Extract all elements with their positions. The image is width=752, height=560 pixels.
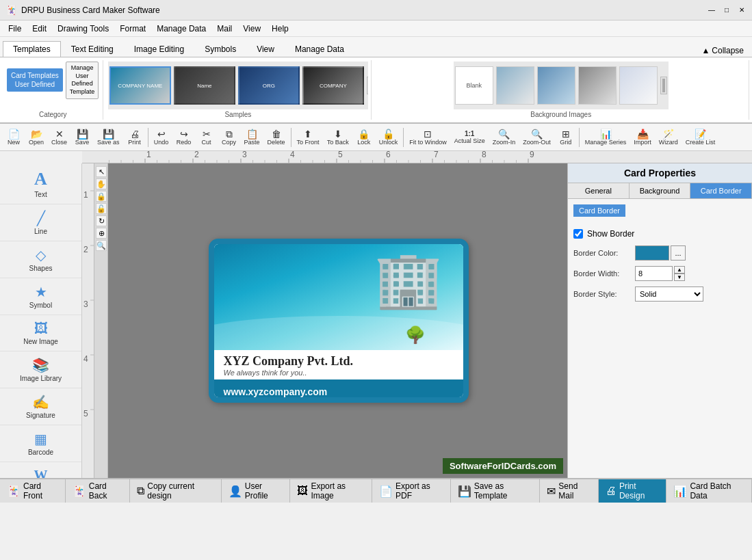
left-item-watermark[interactable]: W Watermark <box>0 462 81 478</box>
tab-view[interactable]: View <box>246 41 285 57</box>
to-back-btn[interactable]: ⬇To Back <box>324 127 352 148</box>
paste-btn[interactable]: 📋Paste <box>241 127 263 148</box>
sample-card-1[interactable]: COMPANY NAME <box>109 66 171 105</box>
left-item-new-image[interactable]: 🖼 New Image <box>0 315 81 351</box>
bg-thumb-4[interactable] <box>619 66 658 105</box>
border-width-input[interactable]: 8 <box>635 266 673 281</box>
lock-canvas-tool[interactable]: 🔒 <box>96 191 107 202</box>
delete-icon: 🗑 <box>272 129 281 139</box>
tab-symbols[interactable]: Symbols <box>194 41 246 57</box>
bg-thumb-2[interactable] <box>537 66 575 105</box>
minimize-btn[interactable]: — <box>707 5 716 15</box>
user-profile-btn[interactable]: 👤 User Profile <box>222 479 291 503</box>
save-btn[interactable]: 💾Save <box>71 127 93 148</box>
rotate-tool[interactable]: ↻ <box>96 215 107 226</box>
new-btn[interactable]: 📄New <box>3 127 25 148</box>
left-item-symbol[interactable]: ★ Symbol <box>0 278 81 315</box>
tab-templates[interactable]: Templates <box>3 41 61 57</box>
select-tool[interactable]: ↖ <box>96 166 107 177</box>
samples-scrollbar[interactable] <box>367 77 368 94</box>
tab-card-border[interactable]: Card Border <box>690 183 752 198</box>
tab-image-editing[interactable]: Image Editing <box>124 41 194 57</box>
card-front-btn[interactable]: 🃏 Card Front <box>0 479 66 503</box>
tab-text-editing[interactable]: Text Editing <box>61 41 124 57</box>
open-btn[interactable]: 📂Open <box>25 127 47 148</box>
tab-general[interactable]: General <box>568 183 630 198</box>
search-canvas-tool[interactable]: 🔍 <box>96 240 107 251</box>
cut-btn[interactable]: ✂Cut <box>196 127 218 148</box>
tab-manage-data[interactable]: Manage Data <box>285 41 354 57</box>
menu-drawing-tools[interactable]: Drawing Tools <box>52 23 114 35</box>
menu-edit[interactable]: Edit <box>27 23 52 35</box>
import-btn[interactable]: 📥Import <box>630 127 655 148</box>
left-item-barcode[interactable]: ▦ Barcode <box>0 425 81 462</box>
save-as-btn[interactable]: 💾Save as <box>94 127 123 148</box>
close-btn[interactable]: ✕Close <box>48 127 70 148</box>
menu-help[interactable]: Help <box>266 23 294 35</box>
lock-btn[interactable]: 🔒Lock <box>353 127 375 148</box>
card-templates-btn[interactable]: Card Templates User Defined <box>7 68 63 92</box>
new-icon: 📄 <box>8 129 20 139</box>
border-style-select[interactable]: Solid Dashed Dotted <box>635 286 703 302</box>
left-item-signature[interactable]: ✍ Signature <box>0 388 81 425</box>
maximize-btn[interactable]: □ <box>722 5 731 15</box>
border-width-down[interactable]: ▼ <box>674 274 685 281</box>
pan-tool[interactable]: ✋ <box>96 178 107 189</box>
unlock-btn[interactable]: 🔓Unlock <box>376 127 402 148</box>
to-front-btn[interactable]: ⬆To Front <box>294 127 323 148</box>
redo-btn[interactable]: ↪Redo <box>173 127 195 148</box>
left-item-image-library[interactable]: 📚 Image Library <box>0 351 81 388</box>
card-back-btn[interactable]: 🃏 Card Back <box>66 479 131 503</box>
copy-design-label: Copy current design <box>147 481 213 501</box>
sample-card-4[interactable]: COMPANY <box>302 66 364 105</box>
grid-btn[interactable]: ⊞Grid <box>555 127 577 148</box>
svg-text:8: 8 <box>482 151 487 159</box>
batch-data-btn[interactable]: 📊 Card Batch Data <box>666 479 752 503</box>
export-pdf-btn[interactable]: 📄 Export as PDF <box>372 479 451 503</box>
menu-format[interactable]: Format <box>114 23 151 35</box>
save-template-btn[interactable]: 💾 Save as Template <box>451 479 541 503</box>
copy-design-btn[interactable]: ⧉ Copy current design <box>130 479 221 503</box>
manage-template-btn[interactable]: Manage User Defined Template <box>66 62 99 99</box>
menu-file[interactable]: File <box>3 23 27 35</box>
tab-background[interactable]: Background <box>630 183 691 198</box>
bg-thumb-1[interactable] <box>496 66 534 105</box>
delete-btn[interactable]: 🗑Delete <box>264 127 289 148</box>
business-card[interactable]: 🏢 🌳 XYZ Company Pvt. Ltd. We always thin… <box>209 239 469 403</box>
menu-mail[interactable]: Mail <box>211 23 237 35</box>
print-btn[interactable]: 🖨Print <box>124 127 146 148</box>
zoom-canvas-tool[interactable]: ⊕ <box>96 228 107 239</box>
menu-manage-data[interactable]: Manage Data <box>151 23 211 35</box>
left-item-shapes[interactable]: ◇ Shapes <box>0 241 81 278</box>
show-border-checkbox[interactable] <box>573 229 583 239</box>
border-color-picker-btn[interactable]: ... <box>671 245 686 261</box>
print-design-btn[interactable]: 🖨 Print Design <box>599 479 666 503</box>
lock2-canvas-tool[interactable]: 🔓 <box>96 203 107 214</box>
sample-card-3[interactable]: ORG <box>238 66 300 105</box>
menu-view[interactable]: View <box>237 23 266 35</box>
collapse-btn[interactable]: ▲ Collapse <box>696 44 749 57</box>
wizard-btn[interactable]: 🪄Wizard <box>656 127 682 148</box>
actual-size-btn[interactable]: 1:1Actual Size <box>451 129 489 146</box>
export-image-btn[interactable]: 🖼 Export as Image <box>290 479 372 503</box>
border-width-up[interactable]: ▲ <box>674 266 685 274</box>
fit-window-btn[interactable]: ⊡Fit to Window <box>406 127 450 148</box>
bg-scrollbar[interactable] <box>660 77 667 94</box>
bg-thumb-3[interactable] <box>578 66 617 105</box>
create-list-btn[interactable]: 📝Create List <box>682 127 719 148</box>
left-item-line[interactable]: ╱ Line <box>0 204 81 241</box>
left-item-text[interactable]: A Text <box>0 163 81 204</box>
canvas-area[interactable]: ↖ ✋ 🔒 🔓 ↻ ⊕ 🔍 🏢 🌳 <box>94 163 567 478</box>
send-mail-btn[interactable]: ✉ Send Mail <box>540 479 599 503</box>
zoom-in-btn[interactable]: 🔍Zoom-In <box>489 127 519 148</box>
zoom-out-btn[interactable]: 🔍Zoom-Out <box>519 127 554 148</box>
undo-btn[interactable]: ↩Undo <box>151 127 172 148</box>
border-color-swatch[interactable] <box>635 245 669 261</box>
manage-series-btn[interactable]: 📊Manage Series <box>582 127 630 148</box>
bg-thumb-blank[interactable]: Blank <box>455 66 493 105</box>
save-template-label: Save as Template <box>474 481 533 501</box>
copy-btn[interactable]: ⧉Copy <box>218 127 240 148</box>
sample-card-2[interactable]: Name <box>174 66 235 105</box>
ruler-h-svg: 123456789 <box>97 151 576 163</box>
close-btn[interactable]: ✕ <box>737 5 747 15</box>
